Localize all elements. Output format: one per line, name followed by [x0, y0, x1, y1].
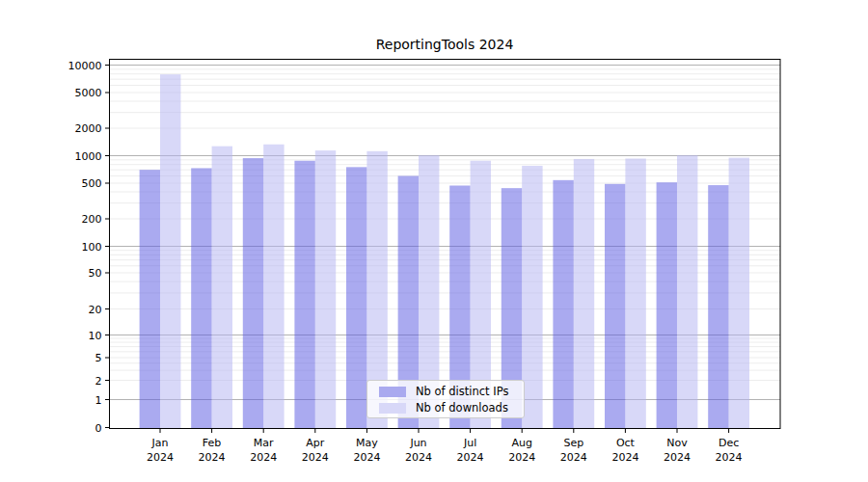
- x-tick-label-year: 2024: [664, 451, 691, 464]
- chart-figure: 012510205010020050010002000500010000Jan2…: [0, 0, 868, 482]
- y-tick-label: 500: [82, 177, 102, 190]
- bar-distinct-ips: [605, 184, 625, 429]
- y-tick-label: 2000: [75, 122, 102, 135]
- x-tick-label-month: Oct: [616, 437, 636, 449]
- bar-downloads: [625, 158, 645, 428]
- legend-entry-downloads: Nb of downloads: [379, 401, 517, 415]
- bar-distinct-ips: [708, 185, 728, 428]
- x-tick-label-year: 2024: [250, 451, 277, 464]
- legend-entry-distinct-ips: Nb of distinct IPs: [379, 385, 517, 398]
- bar-distinct-ips: [140, 170, 160, 428]
- chart-title: ReportingTools 2024: [109, 37, 780, 52]
- bar-downloads: [522, 166, 542, 429]
- x-tick-label-month: Apr: [306, 437, 325, 449]
- bar-distinct-ips: [346, 167, 366, 428]
- bar-distinct-ips: [657, 182, 677, 428]
- x-tick-label-year: 2024: [508, 451, 535, 464]
- bar-downloads: [574, 159, 594, 429]
- x-tick-label-month: Jun: [409, 437, 426, 449]
- legend-swatch-downloads-icon: [379, 403, 406, 414]
- x-tick-label-year: 2024: [147, 451, 174, 464]
- y-tick-label: 5000: [75, 87, 102, 99]
- x-tick-label-month: Nov: [666, 437, 688, 449]
- bar-downloads: [263, 145, 284, 429]
- y-tick-label: 200: [82, 213, 102, 226]
- x-tick-label-month: Mar: [254, 437, 274, 449]
- bar-distinct-ips: [553, 180, 573, 429]
- x-tick-label-month: Sep: [563, 437, 583, 449]
- x-tick-label-month: Aug: [511, 437, 531, 449]
- y-tick-label: 1: [95, 394, 102, 407]
- legend: Nb of distinct IPs Nb of downloads: [366, 380, 525, 418]
- x-tick-label-year: 2024: [611, 451, 638, 464]
- bar-distinct-ips: [191, 168, 211, 428]
- y-tick-label: 50: [89, 267, 102, 280]
- y-tick-label: 2: [95, 375, 102, 388]
- x-tick-label-month: Feb: [203, 437, 221, 449]
- x-tick-label-month: Dec: [719, 437, 739, 449]
- bar-downloads: [315, 150, 336, 428]
- x-tick-label-year: 2024: [457, 451, 484, 464]
- legend-label-distinct-ips: Nb of distinct IPs: [416, 385, 508, 398]
- legend-label-downloads: Nb of downloads: [416, 401, 508, 415]
- y-tick-label: 20: [89, 304, 102, 316]
- x-tick-label-month: Jan: [151, 437, 169, 449]
- x-tick-label-month: May: [356, 437, 378, 449]
- x-tick-label-month: Jul: [463, 437, 476, 449]
- y-tick-label: 5: [95, 352, 102, 364]
- x-tick-label-year: 2024: [199, 451, 226, 464]
- x-tick-label-year: 2024: [405, 451, 432, 464]
- x-tick-label-year: 2024: [560, 451, 587, 464]
- y-tick-label: 0: [95, 422, 102, 435]
- bar-downloads: [212, 147, 232, 429]
- bar-downloads: [729, 158, 749, 429]
- bar-distinct-ips: [243, 158, 263, 428]
- bar-downloads: [677, 155, 697, 428]
- x-tick-label-year: 2024: [353, 451, 380, 464]
- bar-distinct-ips: [294, 161, 314, 429]
- bar-downloads: [160, 74, 180, 428]
- y-tick-label: 10000: [68, 60, 102, 72]
- y-tick-label: 1000: [75, 150, 102, 163]
- legend-swatch-distinct-ips-icon: [379, 387, 406, 397]
- y-tick-label: 10: [89, 330, 102, 342]
- y-tick-label: 100: [82, 241, 102, 254]
- x-tick-label-year: 2024: [302, 451, 329, 464]
- x-tick-label-year: 2024: [716, 451, 743, 464]
